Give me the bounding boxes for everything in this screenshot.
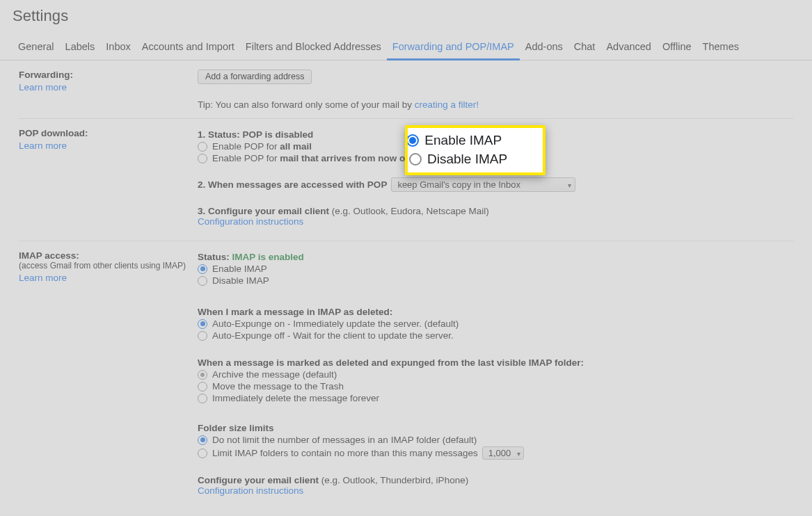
tab-offline[interactable]: Offline xyxy=(657,41,697,60)
pop-config-link[interactable]: Configuration instructions xyxy=(198,216,303,227)
tab-forwarding-pop-imap[interactable]: Forwarding and POP/IMAP xyxy=(387,41,520,60)
imap-learn-more-link[interactable]: Learn more xyxy=(19,273,67,283)
imap-archive-label: Archive the message (default) xyxy=(212,369,337,380)
forwarding-learn-more-link[interactable]: Learn more xyxy=(19,82,67,92)
imap-enable-radio[interactable] xyxy=(198,264,207,274)
imap-trash-radio[interactable] xyxy=(198,382,207,392)
tab-addons[interactable]: Add-ons xyxy=(520,41,568,60)
tab-chat[interactable]: Chat xyxy=(568,41,601,60)
imap-archive-radio[interactable] xyxy=(198,370,207,380)
pop-enable-all-radio[interactable] xyxy=(198,142,207,152)
imap-limit-select-value: 1,000 xyxy=(488,448,511,458)
pop-enable-new-label: Enable POP for mail that arrives from no… xyxy=(212,153,411,163)
pop-action-select-value: keep Gmail's copy in the Inbox xyxy=(397,179,520,190)
tab-themes[interactable]: Themes xyxy=(697,41,745,60)
imap-limit-radio[interactable] xyxy=(198,449,207,458)
pop-step2-label: 2. When messages are accessed with POP xyxy=(198,179,387,190)
imap-trash-label: Move the message to the Trash xyxy=(212,381,344,392)
forwarding-tip: Tip: You can also forward only some of y… xyxy=(198,99,798,110)
pop-step3: 3. Configure your email client (e.g. Out… xyxy=(198,206,798,216)
imap-expunge-off-radio[interactable] xyxy=(198,331,207,341)
pop-status-label: 1. Status: xyxy=(198,129,243,140)
tab-labels[interactable]: Labels xyxy=(60,41,101,60)
tab-accounts[interactable]: Accounts and Import xyxy=(136,41,240,60)
imap-enable-label: Enable IMAP xyxy=(212,264,267,274)
pop-enable-all-label: Enable POP for all mail xyxy=(212,141,312,152)
imap-disable-label: Disable IMAP xyxy=(212,275,269,286)
page-title: Settings xyxy=(13,7,812,25)
imap-disable-radio[interactable] xyxy=(198,276,207,286)
imap-expunge-on-radio[interactable] xyxy=(198,319,207,329)
tab-filters[interactable]: Filters and Blocked Addresses xyxy=(240,41,387,60)
forwarding-label: Forwarding: xyxy=(19,70,198,80)
section-forwarding: Forwarding: Learn more Add a forwarding … xyxy=(0,61,812,110)
pop-learn-more-link[interactable]: Learn more xyxy=(19,140,67,151)
pop-status: 1. Status: POP is disabled xyxy=(198,129,798,140)
section-pop: POP download: Learn more 1. Status: POP … xyxy=(0,119,812,227)
imap-config-link[interactable]: Configuration instructions xyxy=(198,485,303,496)
tab-advanced[interactable]: Advanced xyxy=(600,41,657,60)
imap-folder-heading: Folder size limits xyxy=(198,423,798,433)
imap-expunged-heading: When a message is marked as deleted and … xyxy=(198,357,798,368)
imap-status-value: IMAP is enabled xyxy=(232,252,304,262)
imap-limit-label: Limit IMAP folders to contain no more th… xyxy=(212,448,478,458)
section-imap: IMAP access: (access Gmail from other cl… xyxy=(0,241,812,496)
imap-delete-forever-radio[interactable] xyxy=(198,394,207,403)
imap-label: IMAP access: xyxy=(19,250,198,261)
pop-status-value: POP is disabled xyxy=(243,129,314,140)
add-forwarding-address-button[interactable]: Add a forwarding address xyxy=(198,70,312,84)
tab-inbox[interactable]: Inbox xyxy=(100,41,136,60)
pop-action-select[interactable]: keep Gmail's copy in the Inbox ▾ xyxy=(391,177,575,192)
imap-status: Status: IMAP is enabled xyxy=(198,252,798,262)
imap-nolimit-radio[interactable] xyxy=(198,435,207,445)
create-filter-link[interactable]: creating a filter! xyxy=(415,99,479,110)
imap-sublabel: (access Gmail from other clients using I… xyxy=(19,261,198,271)
imap-expunge-on-label: Auto-Expunge on - Immediately update the… xyxy=(212,319,459,329)
select-caret-icon: ▾ xyxy=(568,181,571,188)
pop-label: POP download: xyxy=(19,128,198,138)
select-caret-icon: ▾ xyxy=(517,449,520,457)
pop-enable-new-radio[interactable] xyxy=(198,154,207,163)
imap-status-label: Status: xyxy=(198,252,232,262)
imap-delete-forever-label: Immediately delete the message forever xyxy=(212,393,379,403)
imap-configure: Configure your email client (e.g. Outloo… xyxy=(198,475,798,485)
imap-expunge-off-label: Auto-Expunge off - Wait for the client t… xyxy=(212,330,454,341)
tabbar: General Labels Inbox Accounts and Import… xyxy=(0,34,812,61)
forwarding-tip-text: Tip: You can also forward only some of y… xyxy=(198,99,415,110)
tab-general[interactable]: General xyxy=(13,41,60,60)
imap-deleted-heading: When I mark a message in IMAP as deleted… xyxy=(198,307,798,317)
imap-nolimit-label: Do not limit the number of messages in a… xyxy=(212,435,477,445)
imap-limit-select[interactable]: 1,000 ▾ xyxy=(482,446,525,460)
